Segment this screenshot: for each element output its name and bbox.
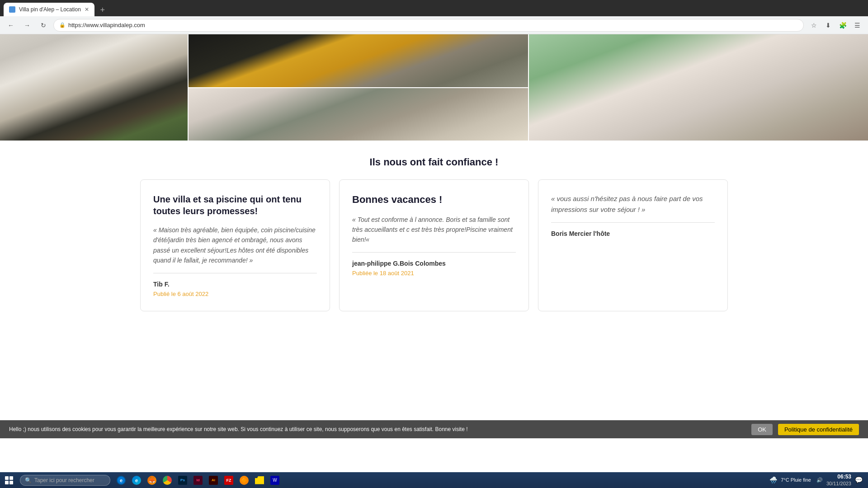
taskbar-app-folder[interactable] [252, 473, 267, 488]
review-date-1: Publié le 6 août 2022 [153, 291, 317, 297]
chrome-icon [163, 476, 172, 485]
menu-button[interactable]: ☰ [851, 19, 863, 32]
cookie-policy-button[interactable]: Politique de confidentialité [778, 424, 859, 435]
taskbar-app-windows[interactable]: W [268, 473, 282, 488]
lounge-photo [529, 34, 868, 141]
windows-app-icon: W [270, 476, 279, 485]
notification-icon[interactable]: 💬 [855, 476, 863, 483]
taskbar-search-placeholder: Taper ici pour rechercher [34, 477, 94, 483]
review-card-1: Une villa et sa piscine qui ont tenu tou… [140, 179, 330, 311]
taskbar-right: 🌧️ 7°C Pluie fine 🔊 06:53 30/11/2023 💬 [769, 474, 868, 487]
page-content: Ils nous ont fait confiance ! Une villa … [0, 34, 868, 438]
taskbar-apps: e e 🦊 Ps Id Ai FZ 🔶 W [114, 472, 282, 488]
active-tab[interactable]: Villa pin d'Alep – Location ✕ [4, 3, 94, 16]
extensions-button[interactable]: 🧩 [836, 19, 849, 32]
review-title-1: Une villa et sa piscine qui ont tenu tou… [153, 193, 317, 217]
taskbar-app-edge[interactable]: e [129, 473, 144, 488]
cookie-ok-button[interactable]: OK [751, 424, 773, 435]
taskbar: 🔍 Taper ici pour rechercher e e 🦊 Ps Id … [0, 472, 868, 488]
review-date-2: Publiée le 18 août 2021 [352, 270, 516, 277]
firefox-icon: 🦊 [147, 476, 156, 485]
review-author-3: Boris Mercier l'hôte [551, 230, 715, 237]
reviews-grid: Une villa et sa piscine qui ont tenu tou… [0, 179, 868, 311]
section-title: Ils nous ont fait confiance ! [0, 156, 868, 168]
taskbar-app-photoshop[interactable]: Ps [175, 473, 190, 488]
photo-grid-left [189, 34, 528, 141]
photo-grid [189, 34, 868, 141]
security-icon: 🔒 [59, 22, 66, 28]
illustrator-icon: Ai [209, 476, 218, 485]
forward-button[interactable]: → [21, 19, 33, 32]
taskbar-app-illustrator[interactable]: Ai [206, 473, 221, 488]
tab-bar: Villa pin d'Alep – Location ✕ + [0, 0, 868, 16]
ie-icon: e [117, 476, 126, 485]
windows-logo-icon [5, 476, 13, 484]
taskbar-app-ie[interactable]: e [114, 473, 128, 488]
lounge-image [529, 34, 868, 141]
new-tab-button[interactable]: + [96, 4, 109, 16]
weather-text: 7°C Pluie fine [781, 477, 811, 483]
dining-photo [189, 88, 528, 141]
review-card-2: Bonnes vacances ! « Tout est conforme à … [339, 179, 529, 311]
tab-title: Villa pin d'Alep – Location [19, 6, 81, 13]
tab-favicon [9, 6, 15, 13]
dining-image [189, 88, 528, 141]
taskbar-date: 30/11/2023 [826, 480, 851, 487]
address-bar[interactable]: 🔒 https://www.villapindalep.com [53, 19, 804, 32]
cookie-bar: Hello ;) nous utilisons des cookies pour… [0, 420, 868, 438]
folder-icon [255, 476, 264, 484]
search-icon: 🔍 [25, 477, 32, 483]
review-text-2: « Tout est conforme à l annonce. Boris e… [352, 215, 516, 253]
start-button[interactable] [0, 472, 18, 488]
living-room-image [0, 34, 188, 141]
url-text: https://www.villapindalep.com [68, 22, 145, 28]
cookie-message: Hello ;) nous utilisons des cookies pour… [9, 426, 746, 432]
taskbar-datetime[interactable]: 06:53 30/11/2023 [826, 474, 851, 487]
reload-button[interactable]: ↻ [37, 19, 50, 32]
weather-icon: 🌧️ [769, 476, 777, 483]
nav-right-icons: ☆ ⬇ 🧩 ☰ [807, 19, 863, 32]
back-button[interactable]: ← [5, 19, 17, 32]
taskbar-app-indesign[interactable]: Id [191, 473, 205, 488]
volume-icon: 🔊 [816, 477, 823, 483]
review-author-2: jean-philippe G.Bois Colombes [352, 260, 516, 267]
page-wrapper: Ils nous ont fait confiance ! Une villa … [0, 34, 868, 456]
taskbar-app-firefox[interactable]: 🦊 [145, 473, 159, 488]
vlc-icon: 🔶 [240, 476, 249, 485]
taskbar-app-chrome[interactable] [160, 473, 175, 488]
review-author-1: Tib F. [153, 281, 317, 288]
bookmark-button[interactable]: ☆ [807, 19, 820, 32]
main-photo [0, 34, 188, 141]
taskbar-search[interactable]: 🔍 Taper ici pour rechercher [20, 475, 110, 486]
photoshop-icon: Ps [178, 476, 187, 485]
download-button[interactable]: ⬇ [822, 19, 835, 32]
taskbar-app-filezilla[interactable]: FZ [222, 473, 236, 488]
tab-close-button[interactable]: ✕ [85, 6, 89, 13]
indesign-icon: Id [193, 476, 203, 485]
review-quote-3: « vous aussi n'hésitez pas à nous faire … [551, 193, 715, 223]
filezilla-icon: FZ [224, 476, 233, 485]
photo-gallery [0, 34, 868, 141]
section-title-area: Ils nous ont fait confiance ! [0, 141, 868, 179]
edge-icon: e [132, 476, 141, 485]
kitchen-photo [189, 34, 528, 87]
review-title-2: Bonnes vacances ! [352, 193, 516, 206]
taskbar-app-vlc[interactable]: 🔶 [237, 473, 251, 488]
nav-bar: ← → ↻ 🔒 https://www.villapindalep.com ☆ … [0, 16, 868, 34]
review-card-3: « vous aussi n'hésitez pas à nous faire … [538, 179, 728, 311]
review-text-1: « Maison très agréable, bien équipée, co… [153, 225, 317, 273]
kitchen-image [189, 34, 528, 87]
taskbar-time: 06:53 [826, 474, 851, 481]
